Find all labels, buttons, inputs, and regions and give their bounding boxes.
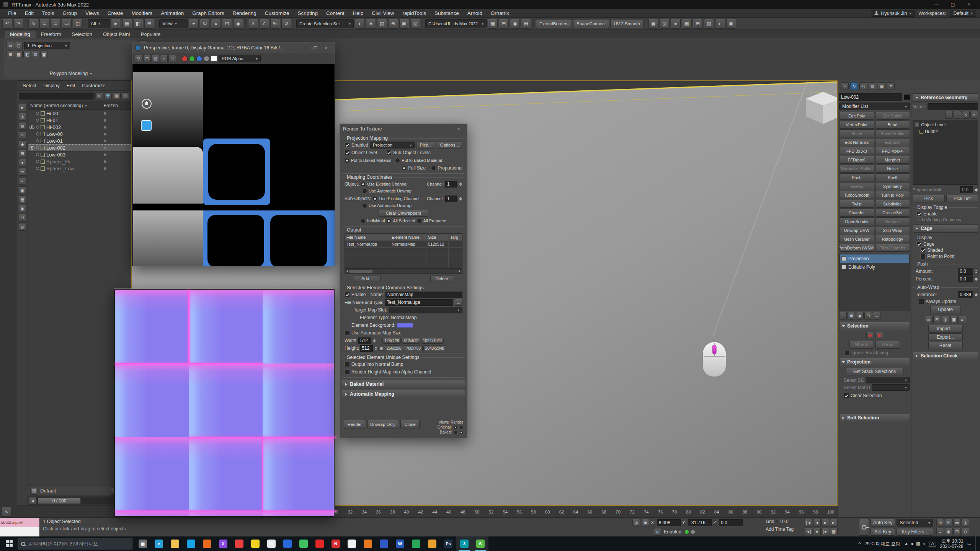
height-field[interactable]: 512 (360, 345, 373, 352)
timeline-frame-label[interactable]: 42 (418, 510, 423, 514)
display-filter-icon[interactable]: ◉ (19, 205, 26, 212)
map-size-button[interactable]: 768x768 (404, 346, 422, 351)
menu-item[interactable]: Substance (430, 10, 463, 16)
close-icon[interactable]: × (961, 0, 977, 9)
modifier-button[interactable]: Mesh Cleaner (839, 235, 874, 243)
scene-object-row[interactable]: Hi-002 (28, 124, 131, 130)
refgeo-tool-icon[interactable]: × (970, 111, 978, 119)
target-map-slot-combo[interactable]: ▾ (389, 307, 462, 313)
views-baked-radio[interactable] (454, 430, 457, 434)
ribbon-icon[interactable]: ▭ (7, 42, 14, 49)
toolbar-icon[interactable]: ≡ (366, 19, 376, 29)
modifier-button[interactable]: PathDeform (WSM) (839, 244, 874, 252)
display-filter-icon[interactable]: ► (19, 104, 26, 111)
playback-control-icon[interactable]: ● (813, 528, 821, 535)
y-coordinate-field[interactable]: -31.716 (688, 519, 712, 526)
timeline-frame-label[interactable]: 80 (686, 510, 691, 514)
timeline-frame-label[interactable]: 100 (827, 510, 834, 514)
explorer-search-input[interactable] (19, 93, 94, 99)
element-enable-checkbox[interactable] (345, 292, 350, 297)
modifier-button[interactable]: Fillet/Chamfer (875, 244, 910, 252)
ribbon-tab[interactable]: Modeling (5, 31, 36, 38)
display-filter-icon[interactable]: ▧ (19, 223, 26, 231)
modifier-button[interactable]: Chamfer (839, 209, 874, 217)
modifier-button[interactable]: Sweep (839, 182, 874, 190)
proportion-field[interactable]: 0.0 (960, 186, 973, 193)
map-size-button[interactable]: 512x512 (402, 338, 420, 344)
display-enable-checkbox[interactable] (916, 211, 922, 217)
viewport-nav-icon[interactable]: ▭ (953, 519, 961, 527)
display-filter-icon[interactable]: ⊟ (19, 214, 26, 222)
taskbar-app-icon[interactable]: S (472, 536, 488, 551)
toolbar-icon[interactable]: ▣ (399, 19, 409, 29)
timeline-frame-label[interactable]: 92 (771, 510, 776, 514)
timeline-frame-label[interactable]: 68 (601, 510, 606, 514)
clear-search-icon[interactable]: × (95, 92, 103, 100)
cage-tool-icon[interactable]: ◎ (942, 316, 949, 323)
modifier-button[interactable]: Subdivide (875, 200, 910, 208)
toolbar-icon[interactable]: ⊟ (499, 19, 509, 29)
viewport-nav-icon[interactable]: ◉ (945, 528, 952, 535)
stack-tool-icon[interactable]: ≡ (873, 312, 880, 320)
unwrap-only-button[interactable]: Unwrap Only (368, 420, 398, 429)
object-level-checkbox[interactable] (345, 150, 350, 155)
timeline-frame-label[interactable]: 70 (616, 510, 621, 514)
maximize-icon[interactable]: ▢ (310, 44, 321, 52)
modifier-list-combo[interactable]: Modifier List▾ (839, 103, 910, 110)
column-header[interactable]: File Name (345, 234, 390, 240)
render-baked-radio[interactable] (459, 430, 463, 434)
modifier-button[interactable]: TurboSmooth (839, 191, 874, 199)
explorer-menu-item[interactable]: Select (20, 83, 39, 88)
add-element-button[interactable]: Add... (354, 275, 381, 282)
pick-list-button[interactable]: Pick List (946, 195, 978, 202)
width-field[interactable]: 512 (358, 337, 371, 344)
scene-object-row[interactable]: Sphere_Low (28, 165, 131, 172)
display-filter-icon[interactable]: ▤ (19, 196, 26, 203)
rfw-tool-icon[interactable]: □ (168, 55, 176, 62)
ribbon-icon[interactable]: ◻ (15, 42, 23, 49)
explorer-column-header[interactable]: Name (Sorted Ascending) ▲ Frozen (28, 101, 131, 110)
timeline-frame-label[interactable]: 64 (573, 510, 578, 514)
command-panel-tab[interactable]: ≡ (887, 82, 895, 90)
menu-item[interactable]: Customize (261, 10, 294, 16)
toolbar-icon[interactable]: ↶ (2, 19, 12, 29)
playback-control-icon[interactable]: ◄ (813, 519, 821, 527)
set-key-button[interactable]: Set Key (871, 528, 895, 536)
layer-icon[interactable]: ▤ (30, 487, 38, 495)
display-filter-icon[interactable]: ◐ (19, 177, 26, 185)
toolbar-icon[interactable]: ◎ (660, 19, 670, 29)
taskbar-app-icon[interactable] (360, 536, 376, 551)
ribbon-tab[interactable]: Object Paint (98, 31, 136, 38)
selection-filter-combo[interactable]: All▾ (88, 19, 110, 28)
display-mode-icon[interactable]: ▦ (113, 92, 121, 100)
timeline-frame-label[interactable]: 88 (742, 510, 747, 514)
scroll-left-icon[interactable]: ◄ (346, 269, 349, 273)
close-icon[interactable]: × (453, 125, 464, 133)
taskbar-app-icon[interactable] (279, 536, 296, 551)
close-icon[interactable]: × (321, 44, 332, 52)
taskbar-app-icon[interactable] (408, 536, 424, 551)
weather-widget[interactable]: 29°C 대체로 흐림 (864, 541, 900, 547)
rfw-tool-icon[interactable]: ▽ (135, 55, 142, 62)
toolbar-icon[interactable]: ◐ (355, 19, 365, 29)
display-filter-icon[interactable]: ▭ (19, 168, 26, 176)
toolbar-icon[interactable]: ⊡ (222, 19, 232, 29)
playback-control-icon[interactable]: ►| (830, 519, 838, 527)
timeline-frame-label[interactable]: 46 (446, 510, 451, 514)
display-filter-icon[interactable]: ◆ (19, 140, 26, 148)
subobject-face-icon[interactable] (866, 332, 874, 339)
scroll-right-icon[interactable]: ► (458, 269, 461, 273)
import-button[interactable]: Import... (928, 325, 963, 333)
previous-frame-icon[interactable]: ◄ (29, 497, 36, 505)
toolbar-icon[interactable]: ◉ (510, 19, 520, 29)
key-selection-combo[interactable]: Selected▾ (897, 519, 933, 527)
taskbar-app-icon[interactable] (247, 536, 263, 551)
taskbar-app-icon[interactable]: 3 (456, 536, 472, 551)
stack-tool-icon[interactable]: ◆ (856, 312, 864, 320)
refgeo-tool-icon[interactable]: + (945, 111, 953, 119)
toolbar-icon[interactable]: ◻ (73, 19, 83, 29)
rfw-tool-icon[interactable]: ▤ (152, 55, 159, 62)
column-header[interactable]: Size (426, 234, 449, 240)
modifier-button[interactable]: Retopology (875, 235, 910, 243)
clear-selection-checkbox[interactable] (844, 393, 849, 398)
